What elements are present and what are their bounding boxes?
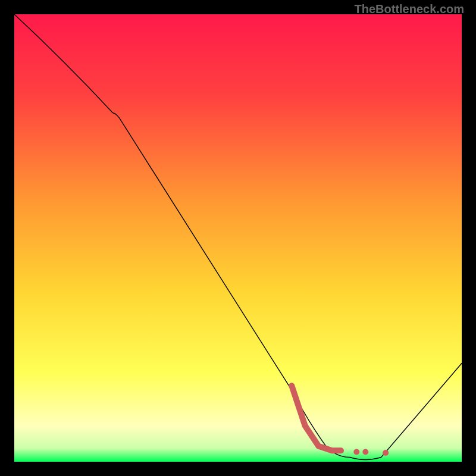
chart-svg (14, 14, 462, 462)
watermark-text: TheBottleneck.com (355, 2, 464, 16)
chart-container: TheBottleneck.com (0, 0, 476, 476)
marker-dot (383, 450, 389, 456)
marker-dot (362, 449, 368, 455)
plot-area (14, 14, 462, 462)
marker-dot (353, 449, 359, 455)
gradient-bg (14, 14, 462, 462)
